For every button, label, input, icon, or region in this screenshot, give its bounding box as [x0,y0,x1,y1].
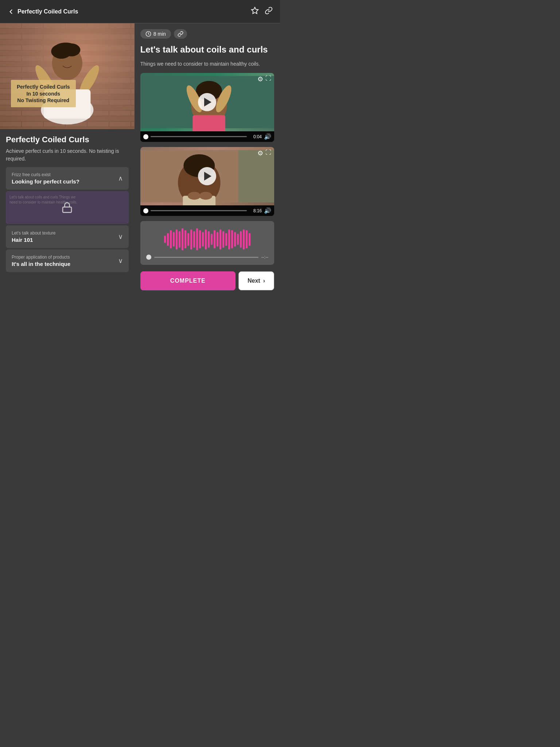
video1-top-controls: ⚙ ⛶ [257,75,271,83]
content-title: Let's talk about coils and curls [140,44,274,55]
waveform-bar [243,229,245,249]
lock-svg [61,202,73,213]
next-label: Next [248,278,260,284]
svg-marker-0 [252,7,258,13]
waveform-bar [214,230,215,248]
video-thumb-2: ⚙ ⛶ [140,147,274,205]
svg-point-11 [54,43,77,54]
locked-item[interactable]: Let's talk about coils and curls Things … [6,191,129,224]
svg-rect-22 [238,150,274,202]
accordion-item-2[interactable]: Let's talk about texture Hair 101 ∨ [6,225,129,248]
audio-controls: --:-- [146,255,268,260]
waveform-bar [225,233,227,246]
header: Perfectly Coiled Curls [0,0,280,23]
hero-line2: In 10 seconds [17,90,70,97]
video1-progress-dot[interactable] [143,134,148,139]
video1-fullscreen-icon[interactable]: ⛶ [265,75,271,83]
bookmark-icon[interactable] [251,7,259,17]
accordion-list: Frizz free curls exist Looking for perfe… [0,163,135,276]
waveform-bar [182,228,183,250]
back-icon [7,8,15,15]
video2-volume-icon[interactable]: 🔊 [264,207,271,214]
audio-progress-dot[interactable] [146,255,151,260]
course-info: Perfectly Coiled Curls Achieve perfect c… [0,129,135,163]
star-svg [251,7,259,15]
video2-top-controls: ⚙ ⛶ [257,149,271,157]
hero-image: Perfectly Coiled Curls In 10 seconds No … [0,23,135,129]
duration-label: 8 min [153,31,166,37]
video2-play-arrow [204,172,211,181]
next-arrow-icon: › [263,278,265,284]
audio-progress-bar[interactable] [154,257,258,258]
video1-settings-icon[interactable]: ⚙ [257,75,263,83]
svg-rect-18 [192,115,225,131]
accordion-item-3[interactable]: Proper application of products It's all … [6,249,129,272]
next-button[interactable]: Next › [238,271,274,290]
chevron-up-icon-1: ∧ [118,174,123,182]
video2-settings-icon[interactable]: ⚙ [257,149,263,157]
waveform-bar [222,231,224,248]
waveform-bar [184,230,186,248]
waveform-bar [179,231,180,248]
waveform-bar [249,233,250,246]
waveform-bar [231,230,233,248]
video1-controls: 0:04 🔊 [140,131,274,142]
accordion-content-2: Let's talk about texture Hair 101 [12,231,118,243]
accordion-title-3: It's all in the technique [12,261,118,267]
left-panel: Perfectly Coiled Curls In 10 seconds No … [0,23,135,296]
video1-progress-bar[interactable] [151,136,247,137]
waveform-bar [219,229,221,249]
waveform-bar [187,233,189,246]
video2-progress-bar[interactable] [151,210,247,211]
content-desc: Things we need to consider to maintain h… [140,60,274,68]
bottom-actions: COMPLETE Next › [140,271,274,290]
waveform-bar [196,228,198,250]
person-silhouette [0,23,135,129]
accordion-subtitle-3: Proper application of products [12,255,118,260]
hero-line1: Perfectly Coiled Curls [17,84,70,90]
link-svg [265,7,273,15]
accordion-title-2: Hair 101 [12,237,118,243]
waveform-bar [164,236,166,243]
waveform-bar [199,230,201,248]
svg-point-27 [199,192,212,200]
audio-player: --:-- [140,221,274,265]
video1-time: 0:04 [249,134,262,139]
accordion-item-1[interactable]: Frizz free curls exist Looking for perfe… [6,167,129,190]
accordion-title-1: Looking for perfect curls? [12,178,118,185]
video-player-1: ⚙ ⛶ 0:04 🔊 [140,73,274,142]
waveform-bar [246,230,248,248]
complete-button[interactable]: COMPLETE [140,271,236,290]
meta-row: 8 min [140,29,274,39]
hero-line3: No Twisting Required [17,97,70,104]
video2-progress-dot[interactable] [143,208,148,213]
accordion-subtitle-1: Frizz free curls exist [12,172,118,177]
link-badge[interactable] [174,29,187,39]
hero-text-overlay: Perfectly Coiled Curls In 10 seconds No … [11,80,76,107]
header-title: Perfectly Coiled Curls [18,8,78,15]
waveform [146,228,268,250]
video1-play-arrow [204,98,211,107]
video2-controls: 8:16 🔊 [140,205,274,216]
waveform-bar [173,232,175,247]
waveform-bar [205,229,207,249]
waveform-bar [190,229,192,249]
video-player-2: ⚙ ⛶ 8:16 🔊 [140,147,274,216]
chevron-down-icon-2: ∨ [118,233,123,241]
video2-fullscreen-icon[interactable]: ⛶ [265,149,271,157]
waveform-bar [208,231,210,248]
waveform-bar [211,234,213,245]
video1-volume-icon[interactable]: 🔊 [264,133,271,140]
accordion-content-3: Proper application of products It's all … [12,255,118,267]
back-button[interactable]: Perfectly Coiled Curls [7,8,78,15]
share-icon[interactable] [265,7,273,17]
duration-badge: 8 min [140,29,171,39]
waveform-bar [170,230,172,248]
waveform-bar [217,232,218,247]
video-thumb-1: ⚙ ⛶ [140,73,274,131]
audio-time: --:-- [261,255,268,260]
waveform-bar [167,233,169,246]
course-title: Perfectly Coiled Curls [6,135,129,144]
waveform-bar [228,229,230,249]
waveform-bar [176,229,178,249]
